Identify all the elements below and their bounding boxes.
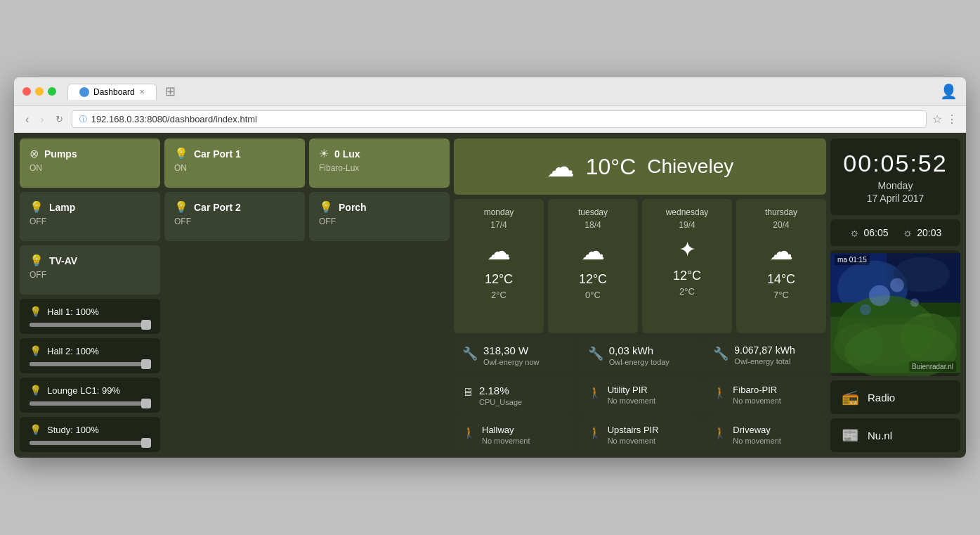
browser-toolbar: ‹ › ↻ ⓘ 192.168.0.33:8080/dashboard/inde… [14, 106, 966, 133]
active-tab[interactable]: Dashboard ✕ [67, 84, 157, 100]
back-button[interactable]: ‹ [22, 112, 32, 127]
close-button[interactable] [22, 87, 31, 96]
porch-name: Porch [339, 202, 367, 213]
slider-hall1[interactable]: 💡 Hall 1: 100% [20, 299, 160, 334]
col-sliders: ⊗ Pumps ON 💡 Lamp OFF 💡 TV-AV OFF [20, 138, 160, 452]
lux-value: Fibaro-Lux [319, 163, 440, 173]
slider-study-knob[interactable] [141, 438, 151, 448]
forecast-wed-date: 19/4 [679, 220, 695, 230]
cpu-card: 🖥 2.18% CPU_Usage [454, 378, 575, 413]
menu-icon[interactable]: ⋮ [946, 112, 958, 126]
upstairs-pir-icon: 🚶 [588, 426, 602, 439]
tile-porch[interactable]: 💡 Porch OFF [309, 192, 450, 241]
weather-current-icon: ☁ [547, 150, 575, 183]
toolbar-right: ☆ ⋮ [932, 112, 958, 126]
address-bar[interactable]: ⓘ 192.168.0.33:8080/dashboard/index.html [72, 110, 927, 128]
radar-panel: ma 01:15 Buienradar.nl [830, 250, 960, 376]
slider-study[interactable]: 💡 Study: 100% [20, 417, 160, 452]
tab-title: Dashboard [93, 87, 135, 97]
driveway-icon: 🚶 [713, 426, 727, 439]
sunset-item: ☼ 20:03 [903, 226, 942, 239]
dashboard: ⊗ Pumps ON 💡 Lamp OFF 💡 TV-AV OFF [14, 133, 966, 458]
pir-row2: 🚶 Hallway No movement 🚶 Upstairs PIR No … [454, 418, 826, 452]
sunset-icon: ☼ [903, 226, 913, 239]
slider-lounge-track[interactable] [30, 401, 150, 406]
upstairs-pir-status: No movement [608, 437, 659, 445]
forecast-tue-icon: ☁ [581, 237, 605, 265]
sun-panel: ☼ 06:05 ☼ 20:03 [830, 219, 960, 246]
energy-now-icon: 🔧 [462, 346, 478, 361]
slider-study-fill [30, 441, 149, 445]
tv-value: OFF [30, 270, 150, 280]
pumps-icon: ⊗ [30, 147, 39, 160]
energy-now-value: 318,30 W [483, 344, 539, 356]
tile-lux[interactable]: ☀ 0 Lux Fibaro-Lux [309, 138, 450, 188]
browser-titlebar: Dashboard ✕ ⊞ 👤 [14, 77, 966, 106]
slider-lounge-knob[interactable] [141, 399, 151, 408]
nunl-card[interactable]: 📰 Nu.nl [830, 418, 960, 452]
slider-hall1-icon: 💡 [30, 306, 41, 317]
energy-today-label: Owl-energy today [609, 358, 669, 366]
fibaro-pir-icon: 🚶 [713, 386, 727, 399]
slider-hall2[interactable]: 💡 Hall 2: 100% [20, 338, 160, 373]
lamp-name: Lamp [49, 202, 75, 213]
pumps-value: ON [30, 163, 150, 173]
radio-label: Radio [868, 392, 895, 404]
minimize-button[interactable] [35, 87, 44, 96]
slider-hall1-knob[interactable] [141, 320, 151, 330]
window-controls: 👤 [940, 83, 958, 100]
svg-point-10 [890, 278, 904, 292]
tile-carport2[interactable]: 💡 Car Port 2 OFF [164, 192, 305, 241]
upstairs-pir-name: Upstairs PIR [608, 425, 659, 435]
driveway-status: No movement [733, 437, 780, 445]
traffic-lights [22, 87, 56, 96]
energy-total-icon: 🔧 [713, 346, 729, 361]
slider-hall1-track[interactable] [30, 323, 150, 327]
cpu-value: 2.18% [479, 385, 522, 397]
forecast-tue-high: 12°C [579, 272, 607, 287]
forecast-thu-day: thursday [765, 207, 797, 217]
forecast-thu-icon: ☁ [769, 237, 793, 265]
sunset-time: 20:03 [917, 227, 941, 238]
driveway-card: 🚶 Driveway No movement [705, 418, 826, 452]
slider-hall2-track[interactable] [30, 362, 150, 366]
col-weather: ☁ 10°C Chieveley monday 17/4 ☁ 12°C 2°C … [454, 138, 826, 452]
slider-hall2-knob[interactable] [141, 359, 151, 369]
forecast-mon-icon: ☁ [487, 237, 511, 265]
carport1-value: ON [174, 163, 295, 173]
pir-row1: 🖥 2.18% CPU_Usage 🚶 Utility PIR No movem… [454, 378, 826, 413]
forecast-tue-low: 0°C [585, 290, 601, 300]
tab-close-button[interactable]: ✕ [139, 88, 145, 96]
carport2-name: Car Port 2 [194, 202, 241, 213]
svg-point-9 [869, 285, 890, 307]
slider-hall1-label: Hall 1: 100% [47, 307, 99, 317]
tile-tv-av[interactable]: 💡 TV-AV OFF [20, 245, 160, 295]
energy-now-card: 🔧 318,30 W Owl-energy now [454, 337, 575, 373]
lux-name: 0 Lux [334, 148, 360, 160]
secure-icon: ⓘ [79, 114, 87, 124]
radio-card[interactable]: 📻 Radio [830, 380, 960, 414]
lux-icon: ☀ [319, 147, 329, 160]
bookmark-icon[interactable]: ☆ [932, 112, 942, 126]
new-tab-button[interactable]: ⊞ [159, 84, 181, 99]
tile-carport1[interactable]: 💡 Car Port 1 ON [164, 138, 305, 188]
driveway-name: Driveway [733, 425, 780, 435]
nunl-icon: 📰 [842, 427, 859, 444]
fibaro-pir-name: Fibaro-PIR [733, 385, 780, 395]
tile-lamp[interactable]: 💡 Lamp OFF [20, 192, 160, 241]
forecast-thu-low: 7°C [773, 290, 789, 300]
cpu-icon: 🖥 [462, 386, 473, 399]
tv-name: TV-AV [49, 255, 77, 266]
utility-pir-icon: 🚶 [588, 386, 602, 399]
slider-study-track[interactable] [30, 441, 150, 445]
browser-window: Dashboard ✕ ⊞ 👤 ‹ › ↻ ⓘ 192.168.0.33:808… [14, 77, 966, 458]
upstairs-pir-card: 🚶 Upstairs PIR No movement [580, 418, 701, 452]
tile-pumps[interactable]: ⊗ Pumps ON [20, 138, 160, 188]
hallway-icon: 🚶 [462, 426, 476, 439]
slider-lounge[interactable]: 💡 Lounge LC1: 99% [20, 378, 160, 413]
maximize-button[interactable] [48, 87, 56, 96]
forward-button[interactable]: › [37, 112, 46, 127]
url-text: 192.168.0.33:8080/dashboard/index.html [91, 114, 257, 124]
forecast-row: monday 17/4 ☁ 12°C 2°C tuesday 18/4 ☁ 12… [454, 199, 826, 333]
refresh-button[interactable]: ↻ [53, 112, 66, 126]
